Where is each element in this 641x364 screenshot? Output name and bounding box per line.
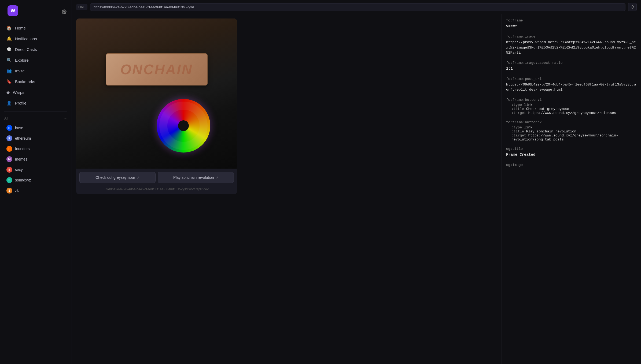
fd-sub-:target: :target https://www.sound.xyz/greyseymou… xyxy=(506,133,637,142)
channel-label-zk: zk xyxy=(15,188,19,193)
fd-value: https://proxy.wrpcd.net/?url=https%3A%2F… xyxy=(506,40,637,55)
main-content: URL ONCHAIN xyxy=(72,0,641,364)
channel-dot-zk: Z xyxy=(6,188,12,194)
frame-cd-disc xyxy=(157,99,210,153)
fd-section-fc-frame-post_url: fc:frame:post_url https://09d0b42e-b720-… xyxy=(506,77,637,92)
explore-icon: 🔍 xyxy=(6,58,12,63)
frame-url-footer: 09d0b42e-b720-4db4-ba45-f1eedf68f1aa-00-… xyxy=(76,186,237,194)
fd-section-og-image: og:image xyxy=(506,163,637,167)
fd-value: Frame Created xyxy=(506,152,637,158)
nav-item-warps[interactable]: ◆ Warps xyxy=(2,87,69,98)
channel-item-founders[interactable]: F founders xyxy=(2,144,69,154)
fd-key: fc:frame:post_url xyxy=(506,77,637,81)
channel-item-zk[interactable]: Z zk xyxy=(2,185,69,196)
chevron-up-icon xyxy=(64,117,67,120)
frame-label-text: ONCHAIN xyxy=(120,61,193,77)
frame-data-panel: fc:frame vNextfc:frame:image https://pro… xyxy=(502,14,641,364)
frame-buttons-row: Check out greyseymour ↗ Play sonchain re… xyxy=(76,169,237,186)
nav-item-home[interactable]: 🏠 Home xyxy=(2,23,69,33)
channel-item-sexy[interactable]: S sexy xyxy=(2,165,69,175)
channel-item-memes[interactable]: M memes xyxy=(2,154,69,164)
url-bar: URL xyxy=(72,0,641,14)
nav-label-warps: Warps xyxy=(13,90,24,95)
frame-button-1-label: Check out greyseymour xyxy=(95,175,135,180)
channel-dot-founders: F xyxy=(6,146,12,152)
fd-key: og:image xyxy=(506,163,637,167)
fd-sub-:target: :target https://www.sound.xyz/greyseymou… xyxy=(506,111,637,115)
fd-section-fc-frame-button-1: fc:frame:button:1:type link:title Check … xyxy=(506,98,637,115)
fd-value: https://09d0b42e-b720-4db4-ba45-f1eedf68… xyxy=(506,82,637,92)
frame-button-1[interactable]: Check out greyseymour ↗ xyxy=(79,172,156,183)
frame-preview: ONCHAIN Check out greyseymour ↗ Play son… xyxy=(72,14,502,364)
nav-label-explore: Explore xyxy=(15,58,29,62)
channel-item-soundxyz[interactable]: S soundxyz xyxy=(2,175,69,185)
profile-icon: 👤 xyxy=(6,101,12,106)
channels-section-header: All xyxy=(0,114,72,122)
fd-key: fc:frame xyxy=(506,18,637,23)
external-link-icon-2: ↗ xyxy=(216,176,218,179)
fd-key: fc:frame:image:aspect_ratio xyxy=(506,61,637,65)
nav-list: 🏠 Home🔔 Notifications💬 Direct Casts🔍 Exp… xyxy=(0,23,72,109)
fd-sub-:type: :type link xyxy=(506,103,637,107)
channel-label-sexy: sexy xyxy=(15,168,23,172)
fd-sub-:type: :type link xyxy=(506,125,637,129)
channel-list: B baseE ethereumF foundersM memesS sexyS… xyxy=(0,122,72,196)
nav-label-bookmarks: Bookmarks xyxy=(15,79,35,84)
nav-item-profile[interactable]: 👤 Profile xyxy=(2,98,69,108)
nav-item-bookmarks[interactable]: 🔖 Bookmarks xyxy=(2,76,69,87)
fd-key: fc:frame:image xyxy=(506,35,637,39)
frame-button-2[interactable]: Play sonchain revolution ↗ xyxy=(158,172,234,183)
channel-label-founders: founders xyxy=(15,147,30,151)
external-link-icon-1: ↗ xyxy=(137,176,139,179)
fd-sub-:title: :title Play sonchain revolution xyxy=(506,129,637,133)
channel-dot-sexy: S xyxy=(6,167,12,173)
fd-section-fc-frame-button-2: fc:frame:button:2:type link:title Play s… xyxy=(506,120,637,142)
fd-key: og:title xyxy=(506,147,637,151)
nav-item-direct-casts[interactable]: 💬 Direct Casts xyxy=(2,44,69,55)
bookmarks-icon: 🔖 xyxy=(6,79,12,84)
nav-label-invite: Invite xyxy=(15,69,25,73)
warps-icon: ◆ xyxy=(6,90,10,95)
channel-dot-memes: M xyxy=(6,156,12,162)
nav-label-notifications: Notifications xyxy=(15,36,37,41)
frame-card: ONCHAIN Check out greyseymour ↗ Play son… xyxy=(76,18,237,194)
fd-key: fc:frame:button:1 xyxy=(506,98,637,102)
notifications-icon: 🔔 xyxy=(6,36,12,41)
nav-label-home: Home xyxy=(15,26,26,30)
nav-item-notifications[interactable]: 🔔 Notifications xyxy=(2,34,69,44)
frame-image: ONCHAIN xyxy=(76,18,237,169)
channel-label-soundxyz: soundxyz xyxy=(15,178,31,182)
fd-value: 1:1 xyxy=(506,66,637,72)
channel-item-base[interactable]: B base xyxy=(2,123,69,133)
refresh-button[interactable] xyxy=(628,3,637,11)
direct-casts-icon: 💬 xyxy=(6,47,12,52)
nav-label-direct-casts: Direct Casts xyxy=(15,47,37,52)
frame-area: ONCHAIN Check out greyseymour ↗ Play son… xyxy=(72,14,641,364)
fd-value: vNext xyxy=(506,24,637,29)
sidebar-header: W xyxy=(0,3,72,20)
settings-icon[interactable] xyxy=(60,8,68,16)
nav-item-explore[interactable]: 🔍 Explore xyxy=(2,55,69,65)
nav-label-profile: Profile xyxy=(15,101,27,105)
channel-label-base: base xyxy=(15,126,23,130)
channel-dot-base: B xyxy=(6,125,12,131)
sidebar: W 🏠 Home🔔 Notifications💬 Direct Casts🔍 E… xyxy=(0,0,72,364)
app-logo[interactable]: W xyxy=(8,5,18,16)
url-label: URL xyxy=(76,4,87,10)
home-icon: 🏠 xyxy=(6,25,12,31)
channels-section-label: All xyxy=(4,116,8,120)
fd-section-fc-frame-image: fc:frame:image https://proxy.wrpcd.net/?… xyxy=(506,35,637,55)
frame-cd-hole xyxy=(178,120,189,131)
nav-item-invite[interactable]: 👥 Invite xyxy=(2,66,69,76)
fd-section-fc-frame: fc:frame vNext xyxy=(506,18,637,29)
channel-dot-soundxyz: S xyxy=(6,177,12,183)
sidebar-divider xyxy=(4,111,67,112)
channel-label-memes: memes xyxy=(15,157,27,161)
frame-image-background xyxy=(76,18,237,169)
svg-point-0 xyxy=(64,11,65,13)
fd-section-og-title: og:title Frame Created xyxy=(506,147,637,158)
fd-sub-:title: :title Check out greyseymour xyxy=(506,107,637,111)
channel-item-ethereum[interactable]: E ethereum xyxy=(2,133,69,143)
url-input[interactable] xyxy=(90,3,625,11)
fd-key: fc:frame:button:2 xyxy=(506,120,637,124)
